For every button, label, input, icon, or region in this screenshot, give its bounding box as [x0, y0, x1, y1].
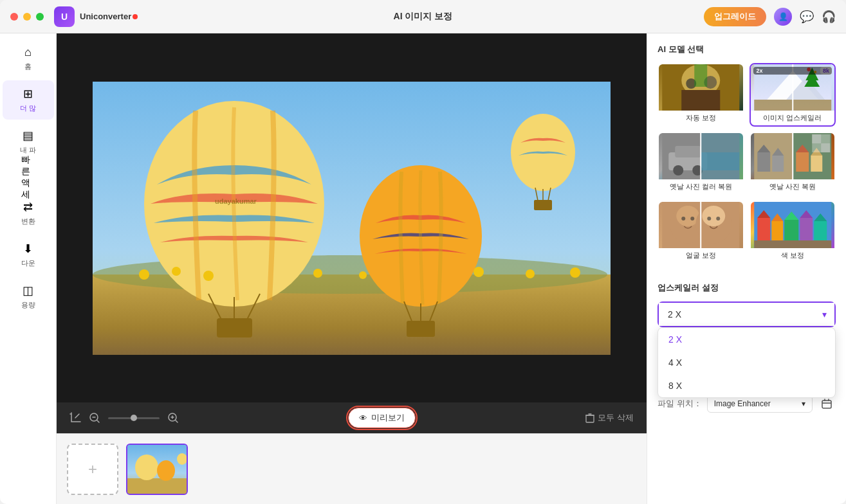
- sidebar-item-download[interactable]: ⬇ 다운: [3, 235, 54, 274]
- model-color-image: [751, 202, 835, 248]
- model-upscale-image: 8k 2x: [751, 64, 835, 111]
- model-card-color[interactable]: 색 보정: [749, 201, 836, 264]
- svg-rect-104: [822, 401, 831, 408]
- upscale-dropdown: 2 X 4 X 8 X: [657, 327, 836, 398]
- option-4x[interactable]: 4 X: [658, 351, 835, 374]
- sidebar-label-convert: 변환: [21, 217, 35, 226]
- svg-point-23: [359, 271, 367, 279]
- upgrade-button[interactable]: 업그레이드: [704, 7, 766, 26]
- home-icon: ⌂: [21, 45, 35, 59]
- model-upscale-label: 이미지 업스케일러: [751, 111, 835, 125]
- file-location-row: 파일 위치： Image Enhancer ▾: [647, 395, 846, 423]
- model-grid: 자동 보정: [657, 63, 836, 264]
- svg-point-43: [177, 453, 187, 465]
- svg-point-42: [157, 460, 175, 481]
- model-restore-image: [751, 133, 835, 179]
- svg-line-31: [97, 420, 99, 422]
- maximize-button[interactable]: [36, 13, 44, 21]
- preview-image: udayakumar: [93, 56, 611, 381]
- svg-point-25: [526, 269, 535, 278]
- delete-all-label: 모두 삭제: [598, 412, 634, 424]
- svg-rect-71: [772, 156, 784, 172]
- content-area: udayakumar: [57, 33, 846, 504]
- sidebar-label-home: 홈: [24, 62, 32, 71]
- model-auto-image: [659, 64, 743, 111]
- svg-rect-74: [796, 152, 809, 172]
- zoom-out-icon-button[interactable]: [89, 412, 100, 424]
- sidebar-label-more: 더 많: [20, 104, 36, 113]
- model-face-image: [659, 202, 743, 248]
- svg-rect-76: [811, 156, 822, 172]
- chat-icon-button[interactable]: 💬: [800, 10, 814, 24]
- plus-icon: +: [88, 460, 97, 478]
- file-label: 파일 위치：: [657, 398, 702, 410]
- download-icon: ⬇: [21, 242, 35, 256]
- close-button[interactable]: [10, 13, 18, 21]
- upscale-select-wrapper: 2 X 4 X 8 X ▾ 2 X 4 X 8 X: [657, 302, 836, 327]
- model-card-restore[interactable]: 옛날 사진 복원: [749, 132, 836, 195]
- titlebar: U Uniconverter AI 이미지 보정 업그레이드 👤 💬 🎧: [0, 0, 846, 33]
- sidebar-item-convert[interactable]: ⇄ 변환: [3, 194, 54, 233]
- file-select-arrow-icon: ▾: [802, 399, 805, 408]
- sidebar: ⌂ 홈 ⊞ 더 많 ▤ 내 파 빠른액세 ⇄ 변환 ⬇ 다운: [0, 33, 57, 504]
- svg-point-24: [474, 267, 484, 277]
- preview-button[interactable]: 👁 미리보기: [348, 408, 416, 428]
- svg-rect-93: [757, 218, 770, 240]
- add-file-button[interactable]: +: [67, 444, 118, 495]
- zoom-slider[interactable]: [108, 417, 160, 419]
- thumbnail-item[interactable]: [126, 444, 188, 495]
- files-icon: ▤: [21, 129, 35, 143]
- option-2x[interactable]: 2 X: [658, 328, 835, 351]
- model-card-face[interactable]: 얼굴 보정: [657, 201, 744, 264]
- svg-point-22: [313, 269, 322, 278]
- sidebar-item-quick[interactable]: 빠른액세: [3, 164, 54, 191]
- svg-point-41: [135, 455, 158, 480]
- sidebar-item-capacity[interactable]: ◫ 용량: [3, 277, 54, 316]
- sidebar-label-capacity: 용량: [21, 300, 35, 310]
- svg-rect-27: [93, 56, 611, 82]
- svg-point-21: [203, 271, 214, 281]
- crop-icon-button[interactable]: [69, 412, 81, 424]
- option-8x[interactable]: 8 X: [658, 374, 835, 397]
- svg-rect-13: [407, 321, 435, 337]
- svg-rect-28: [93, 355, 611, 381]
- avatar[interactable]: 👤: [774, 8, 792, 26]
- model-card-upscale[interactable]: 8k 2x 이미지 업스케일러: [749, 63, 836, 127]
- svg-rect-95: [771, 221, 783, 240]
- svg-rect-40: [127, 478, 188, 495]
- headphone-icon-button[interactable]: 🎧: [822, 10, 836, 24]
- svg-point-86: [690, 217, 694, 221]
- svg-line-35: [176, 420, 178, 422]
- svg-point-88: [702, 206, 725, 226]
- svg-point-89: [707, 217, 711, 221]
- app-logo-icon: U: [54, 6, 75, 27]
- sidebar-item-home[interactable]: ⌂ 홈: [3, 39, 54, 78]
- model-section: AI 모델 선택: [647, 33, 846, 282]
- model-color-restore-image: [659, 133, 743, 179]
- svg-point-62: [673, 165, 683, 176]
- window-title: AI 이미지 보정: [394, 11, 453, 22]
- svg-point-90: [716, 217, 720, 221]
- delete-all-button[interactable]: 모두 삭제: [585, 412, 634, 424]
- zoom-in-icon-button[interactable]: [167, 412, 179, 424]
- svg-rect-69: [757, 152, 770, 172]
- file-location-value: Image Enhancer: [714, 399, 771, 408]
- svg-rect-61: [675, 146, 701, 158]
- model-restore-label: 옛날 사진 복원: [751, 179, 835, 194]
- toolbar: 👁 미리보기 모두 삭제: [57, 402, 647, 433]
- model-color-restore-label: 옛날 사진 컬러 복원: [659, 179, 743, 194]
- convert-icon: ⇄: [21, 200, 35, 214]
- sidebar-item-more[interactable]: ⊞ 더 많: [3, 80, 54, 120]
- preview-area: udayakumar: [57, 33, 647, 504]
- minimize-button[interactable]: [23, 13, 31, 21]
- svg-rect-97: [784, 220, 798, 240]
- sidebar-label-download: 다운: [21, 258, 35, 268]
- upscale-select[interactable]: 2 X 4 X 8 X: [659, 303, 834, 326]
- 2x-badge: 2x: [753, 67, 832, 75]
- svg-rect-99: [800, 218, 813, 240]
- quick-icon: 빠른액세: [21, 170, 35, 184]
- model-card-color-restore[interactable]: 옛날 사진 컬러 복원: [657, 132, 744, 195]
- model-card-auto[interactable]: 자동 보정: [657, 63, 744, 127]
- thumbnails-bar: +: [57, 433, 647, 504]
- svg-point-85: [681, 217, 685, 221]
